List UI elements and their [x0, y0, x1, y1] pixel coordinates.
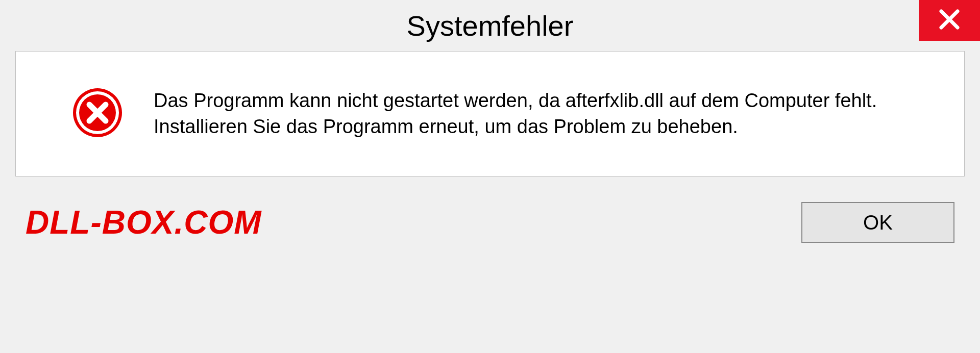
error-message: Das Programm kann nicht gestartet werden…	[154, 88, 934, 140]
ok-button[interactable]: OK	[801, 202, 954, 243]
close-button[interactable]	[919, 0, 980, 41]
dialog-title: Systemfehler	[407, 9, 574, 42]
ok-button-label: OK	[863, 211, 893, 234]
content-area: Das Programm kann nicht gestartet werden…	[15, 51, 965, 176]
footer: DLL-BOX.COM OK	[0, 192, 980, 263]
watermark-text: DLL-BOX.COM	[26, 204, 262, 241]
close-icon	[938, 8, 961, 33]
error-icon	[72, 87, 123, 140]
titlebar: Systemfehler	[0, 0, 980, 51]
error-dialog: Systemfehler Das Programm kann nicht ges…	[0, 0, 980, 353]
